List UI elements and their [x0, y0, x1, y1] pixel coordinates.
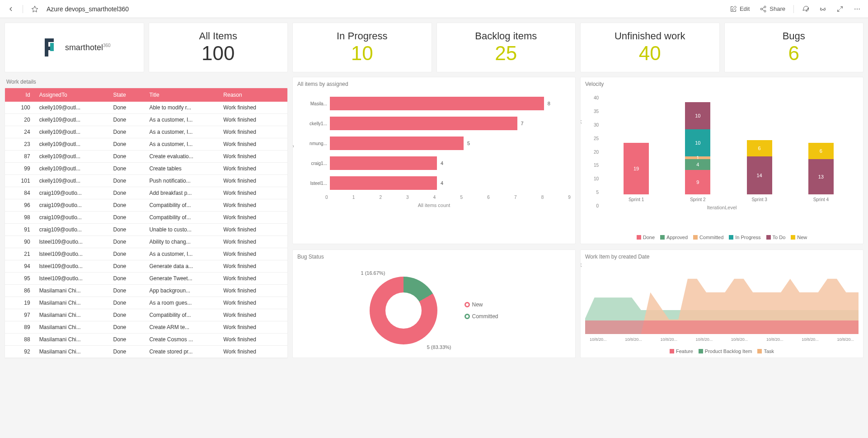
donut-icon [370, 277, 437, 344]
table-row[interactable]: 97Masilamani Chi...DoneCompatibility of.… [5, 309, 287, 321]
table-row[interactable]: 88Masilamani Chi...DoneCreate Cosmos ...… [5, 334, 287, 346]
table-row[interactable]: 92Masilamani Chi...DoneCreate stored pr.… [5, 346, 287, 358]
top-toolbar: Azure devops_smarthotel360 Edit Share [0, 0, 868, 18]
page-title: Azure devops_smarthotel360 [47, 5, 129, 13]
x-axis-ticks: 0123456789 [297, 193, 571, 200]
logo-text: smarthotel360 [65, 43, 111, 52]
kpi-label: Backlog items [475, 30, 537, 42]
kpi-label: In Progress [337, 30, 388, 42]
bug-donut-chart[interactable]: 1 (16.67%) 5 (83.33%) NewCommitted [293, 264, 575, 358]
table-row[interactable]: 101ckelly109@outl...DonePush notificatio… [5, 175, 287, 187]
toolbar-right: Edit Share [728, 4, 863, 14]
more-button[interactable] [852, 4, 863, 14]
svg-point-5 [854, 9, 855, 9]
back-button[interactable] [5, 4, 16, 14]
slice-label: 5 (83.33%) [427, 344, 451, 350]
table-row[interactable]: 89Masilamani Chi...DoneCreate ARM te...W… [5, 321, 287, 334]
table-row[interactable]: 100ckelly109@outl...DoneAble to modify r… [5, 102, 287, 114]
velocity-panel: Velocity 4035302520151050 WorkItemType 1… [580, 77, 863, 244]
edit-button[interactable]: Edit [728, 4, 751, 14]
workitem-legend: FeatureProduct Backlog ItemTask [581, 345, 863, 358]
toolbar-left: Azure devops_smarthotel360 [5, 4, 129, 14]
assigned-chart[interactable]: AssignedTo Masila...8ckelly1...7nmung...… [293, 91, 575, 244]
kpi-value: 100 [202, 42, 235, 65]
kpi-label: Unfinished work [615, 30, 685, 42]
kpi-value: 6 [788, 42, 799, 65]
panel-title: Work details [5, 77, 288, 88]
table-row[interactable]: 90lsteel109@outlo...DoneAbility to chang… [5, 236, 287, 248]
star-button[interactable] [29, 4, 40, 14]
kpi-value: 10 [351, 42, 373, 65]
svg-point-1 [760, 8, 762, 10]
table-row[interactable]: 20ckelly109@outl...DoneAs a customer, I.… [5, 114, 287, 126]
kpi-label: Bugs [783, 30, 805, 42]
workitem-date-panel: Work Item by created Date WorkItemType 1… [580, 250, 863, 358]
kpi-value: 40 [639, 42, 661, 65]
work-details-table-card: IdAssignedToStateTitleReason 100ckelly10… [5, 88, 288, 358]
kpi-bugs[interactable]: Bugs 6 [724, 23, 864, 72]
kpi-value: 25 [495, 42, 517, 65]
table-row[interactable]: 84craig109@outlo...DoneAdd breakfast p..… [5, 187, 287, 199]
table-row[interactable]: 21lsteel109@outlo...DoneAs a customer, I… [5, 248, 287, 260]
y-axis-label: WorkItemType [581, 264, 582, 291]
smarthotel-logo-icon [38, 36, 61, 59]
table-row[interactable]: 24ckelly109@outl...DoneAs a customer, I.… [5, 126, 287, 138]
table-row[interactable]: 96craig109@outlo...DoneCompatibility of.… [5, 199, 287, 212]
panel-title: All items by assigned [293, 77, 575, 91]
velocity-chart[interactable]: 4035302520151050 WorkItemType 19Sprint 1… [581, 91, 863, 231]
table-row[interactable]: 98craig109@outlo...DoneCompatibility of.… [5, 212, 287, 224]
kpi-backlog[interactable]: Backlog items 25 [436, 23, 576, 72]
bug-legend: NewCommitted [464, 301, 498, 320]
area-chart-svg [585, 266, 859, 334]
assigned-panel: All items by assigned AssignedTo Masila.… [292, 77, 576, 244]
slice-label: 1 (16.67%) [361, 270, 385, 276]
dashboard-grid: smarthotel360 All Items 100 In Progress … [0, 18, 868, 363]
panel-title: Velocity [581, 77, 863, 91]
bug-status-panel: Bug Status 1 (16.67%) 5 (83.33%) NewComm… [292, 250, 576, 358]
workitem-area-chart[interactable]: WorkItemType 10/8/20...10/8/20...10/8/20… [581, 264, 863, 345]
table-row[interactable]: 86Masilamani Chi...DoneApp backgroun...W… [5, 285, 287, 297]
x-axis-label: All items count [297, 200, 571, 208]
table-row[interactable]: 99ckelly109@outl...DoneCreate tablesWork… [5, 163, 287, 175]
logo-card: smarthotel360 [5, 23, 144, 72]
panel-title: Work Item by created Date [581, 250, 863, 264]
kpi-in-progress[interactable]: In Progress 10 [292, 23, 432, 72]
velocity-legend: DoneApprovedCommittedIn ProgressTo DoNew [581, 231, 863, 244]
y-axis-label: AssignedTo [293, 132, 294, 157]
work-details-panel: Work details IdAssignedToStateTitleReaso… [5, 77, 288, 358]
expand-button[interactable] [835, 4, 845, 14]
x-axis-ticks: 10/8/20...10/8/20...10/8/20...10/8/20...… [585, 335, 859, 342]
y-axis-label: WorkItemType [581, 116, 582, 148]
separator [23, 5, 23, 13]
share-button[interactable]: Share [758, 4, 787, 14]
kpi-label: All Items [199, 30, 237, 42]
svg-point-2 [764, 10, 766, 12]
comment-button[interactable] [800, 4, 811, 14]
table-row[interactable]: 91craig109@outlo...DoneUnable to custo..… [5, 224, 287, 236]
panel-title: Bug Status [293, 250, 575, 264]
table-row[interactable]: 95lsteel109@outlo...DoneGenerate Tweet..… [5, 273, 287, 285]
table-row[interactable]: 19Masilamani Chi...DoneAs a room gues...… [5, 297, 287, 309]
svg-point-7 [859, 9, 860, 9]
y-axis-ticks: 4035302520151050 [585, 95, 599, 208]
table-row[interactable]: 94lsteel109@outlo...DoneGenerate data a.… [5, 260, 287, 273]
table-row[interactable]: 87ckelly109@outl...DoneCreate evaluatio.… [5, 151, 287, 163]
svg-point-0 [764, 6, 766, 8]
separator [793, 5, 794, 13]
x-axis-label: CreatedDate [585, 342, 859, 345]
x-axis-label: IterationLevel [585, 202, 859, 210]
glasses-icon[interactable] [817, 4, 828, 14]
kpi-all-items[interactable]: All Items 100 [149, 23, 288, 72]
svg-point-6 [857, 9, 858, 9]
table-row[interactable]: 23ckelly109@outl...DoneAs a customer, I.… [5, 138, 287, 151]
kpi-unfinished[interactable]: Unfinished work 40 [580, 23, 720, 72]
work-details-table[interactable]: IdAssignedToStateTitleReason 100ckelly10… [5, 88, 287, 358]
